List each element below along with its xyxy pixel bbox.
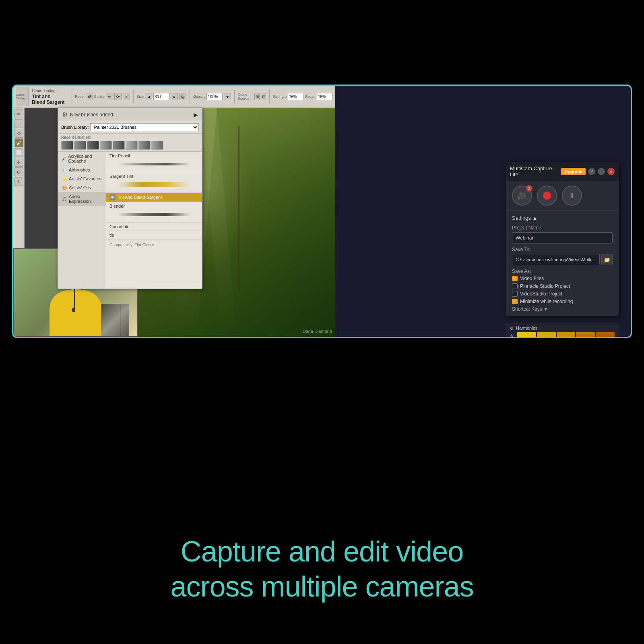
save-to-row: Save To: 📁 — [512, 247, 613, 265]
preset-tle-label: tle — [109, 233, 199, 237]
category-acrylics-label: Acrylics and Gouache — [68, 154, 102, 163]
category-airbrushes[interactable]: 💨 Airbrushes — [58, 165, 106, 174]
resat-input[interactable] — [317, 93, 333, 100]
palette-color-4[interactable] — [576, 332, 595, 338]
microphone — [72, 308, 75, 312]
pause-button[interactable]: ⏸ — [562, 186, 582, 206]
category-favorites-label: Artists' Favorites — [69, 176, 101, 181]
audio-icon: 🎵 — [62, 197, 67, 201]
category-acrylics[interactable]: 🖌 Acrylics and Gouache — [58, 152, 106, 165]
settings-toggle[interactable]: Settings ▲ — [512, 215, 613, 221]
close-window-button[interactable]: × — [607, 168, 615, 175]
brush-category-label: Clone Tinting — [16, 93, 28, 100]
brush-tool-active[interactable]: 🖌 — [14, 138, 23, 147]
category-audio[interactable]: 🎵 Audio Expression — [58, 192, 106, 206]
record-button[interactable] — [537, 186, 557, 206]
palette-color-1[interactable] — [517, 332, 536, 338]
clone-group: Clone Source ⊞ ⊟ — [238, 93, 266, 101]
record-dot-icon — [543, 192, 551, 200]
save-as-section: Save As: ✓ Video Files Pinnacle Studio P… — [512, 268, 613, 304]
preset-cucumble-label: Cucumble — [109, 224, 199, 229]
preset-tint-pencil[interactable]: Tint Pencil — [106, 152, 202, 172]
recent-brushes-bar: Recent Brushes: — [58, 134, 202, 152]
size-circle-btn[interactable]: ◎ — [179, 93, 186, 100]
palette-color-3[interactable] — [557, 332, 576, 338]
folder-browse-button[interactable]: 📁 — [601, 254, 613, 265]
stroke-btn-2[interactable]: ⟳ — [114, 93, 122, 100]
preset-blender[interactable]: Blender — [106, 202, 202, 223]
recent-brush-1[interactable] — [61, 141, 73, 150]
preset-blender-preview — [109, 208, 199, 221]
save-to-path-input[interactable] — [512, 254, 600, 265]
minimize-window-button[interactable]: – — [598, 168, 605, 175]
brush-category-text: Clone Tinting — [32, 89, 65, 93]
canvas-author-label: Dana Diamond — [303, 329, 332, 334]
recent-brush-4[interactable] — [100, 141, 112, 150]
category-favorites[interactable]: ⭐ Artists' Favorites — [58, 174, 106, 183]
opacity-input[interactable] — [206, 93, 223, 100]
person-body — [50, 290, 102, 336]
videostudio-checkbox[interactable] — [512, 291, 518, 297]
toolbar-divider-3 — [190, 89, 190, 104]
popup-expand-icon[interactable]: ▶ — [194, 111, 198, 118]
harmonies-icon: ⊙ — [510, 326, 513, 330]
camera-button[interactable]: 🎥 2 — [512, 186, 532, 206]
recent-brush-5[interactable] — [113, 141, 125, 150]
save-to-path-row: 📁 — [512, 254, 613, 265]
palette-color-5[interactable] — [596, 332, 615, 338]
stroke-btn-3[interactable]: ○ — [123, 93, 130, 100]
recent-brush-6[interactable] — [126, 141, 138, 150]
size-left-btn[interactable]: ◂ — [145, 93, 152, 100]
project-name-label: Project Name: — [512, 225, 613, 231]
preset-blender-label: Blender — [109, 204, 199, 208]
palette-color-2[interactable] — [537, 332, 556, 338]
pinnacle-checkbox[interactable] — [512, 283, 518, 289]
recent-brush-7[interactable] — [138, 141, 151, 150]
preset-tint-blend-sargent[interactable]: ⊞ Tint and Blend Sargent — [106, 193, 202, 202]
text-tool[interactable]: T — [14, 177, 23, 186]
size-right-btn[interactable]: ▸ — [171, 93, 178, 100]
clone-btn-1[interactable]: ⊞ — [254, 93, 260, 100]
toolbar-divider-4 — [234, 89, 235, 104]
toolbar-divider-5 — [269, 89, 270, 104]
recent-brush-3[interactable] — [87, 141, 99, 150]
preset-sargent-tint[interactable]: Sargent Tint — [106, 172, 202, 193]
strength-input[interactable] — [288, 93, 304, 100]
stroke-btn-1[interactable]: ✏ — [106, 93, 113, 100]
reset-button[interactable]: ↺ — [86, 93, 93, 100]
project-name-input[interactable] — [512, 232, 613, 244]
upgrade-button[interactable]: Upgrade — [561, 168, 586, 175]
screen-container: Clone Tinting Clone Tinting Tint and Ble… — [12, 85, 632, 338]
palette-colors-row: 🔧 — [510, 332, 615, 338]
eraser-tool[interactable]: ⬜ — [14, 148, 23, 157]
shortcut-keys-toggle[interactable]: Shortcut Keys ▼ — [512, 306, 613, 312]
opacity-label: Opacity — [193, 95, 206, 99]
minimize-recording-checkbox[interactable]: ✓ — [512, 299, 518, 304]
stroke-label: Stroke — [94, 95, 105, 99]
recent-brush-8[interactable] — [151, 141, 163, 150]
harmonies-label: Harmonies — [516, 326, 537, 330]
eyedropper-tool[interactable]: 💉 — [14, 119, 23, 128]
video-files-checkbox[interactable]: ✓ — [512, 276, 518, 281]
paint-tool[interactable]: ✏ — [14, 109, 23, 118]
hero-text-line2: across multiple cameras — [40, 569, 604, 604]
clone-btn-2[interactable]: ⊟ — [261, 93, 266, 100]
brush-library-select[interactable]: Painter 2021 Brushes — [90, 123, 199, 131]
shortcut-keys-label: Shortcut Keys ▼ — [512, 306, 548, 312]
size-input[interactable] — [153, 93, 169, 100]
brush-library-bar: Brush Library: Painter 2021 Brushes — [58, 121, 202, 134]
recent-brush-2[interactable] — [74, 141, 86, 150]
help-button[interactable]: ? — [588, 168, 595, 175]
preset-tint-pencil-label: Tint Pencil — [109, 153, 199, 158]
recent-brushes-label: Recent Brushes: — [61, 135, 91, 140]
preset-cucumble[interactable]: Cucumble — [106, 223, 202, 231]
selection-tool[interactable]: ⊙ — [14, 167, 23, 176]
category-airbrushes-label: Airbrushes — [69, 167, 90, 172]
shape-tool[interactable]: ◇ — [14, 129, 23, 138]
category-oils[interactable]: 🎨 Artists' Oils — [58, 183, 106, 192]
preset-tle[interactable]: tle — [106, 231, 202, 239]
move-tool[interactable]: ✛ — [14, 158, 23, 167]
opacity-btn[interactable]: ▼ — [224, 93, 231, 100]
brush-leaf-icon: 🖌 — [62, 157, 66, 161]
resat-label: Resat: — [305, 95, 316, 99]
